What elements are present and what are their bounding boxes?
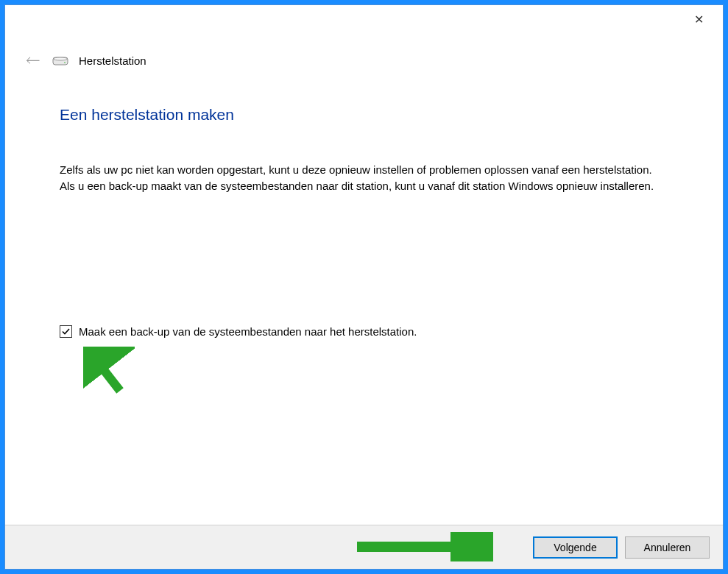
- content-area: Een herstelstation maken Zelfs als uw pc…: [5, 71, 723, 525]
- titlebar: ✕: [5, 5, 723, 33]
- backup-checkbox-row: Maak een back-up van de systeembestanden…: [60, 325, 668, 338]
- svg-point-2: [64, 62, 66, 63]
- header-row: 🡐 Herstelstation: [5, 51, 723, 71]
- svg-point-1: [54, 57, 68, 60]
- annotation-arrow-icon: [83, 347, 135, 398]
- backup-checkbox-label: Maak een back-up van de systeembestanden…: [79, 325, 417, 338]
- next-button[interactable]: Volgende: [533, 536, 618, 559]
- backup-checkbox[interactable]: [60, 325, 72, 338]
- close-icon[interactable]: ✕: [688, 10, 710, 29]
- wizard-window: ✕ 🡐 Herstelstation Een herstelstation ma…: [4, 4, 724, 570]
- back-arrow-icon[interactable]: 🡐: [24, 51, 42, 71]
- wizard-description: Zelfs als uw pc niet kan worden opgestar…: [60, 162, 663, 194]
- cancel-button[interactable]: Annuleren: [625, 536, 710, 559]
- checkmark-icon: [61, 327, 71, 336]
- page-title: Herstelstation: [79, 54, 146, 67]
- annotation-arrow-icon: [350, 532, 493, 561]
- drive-icon: [52, 56, 68, 66]
- wizard-heading: Een herstelstation maken: [60, 106, 668, 124]
